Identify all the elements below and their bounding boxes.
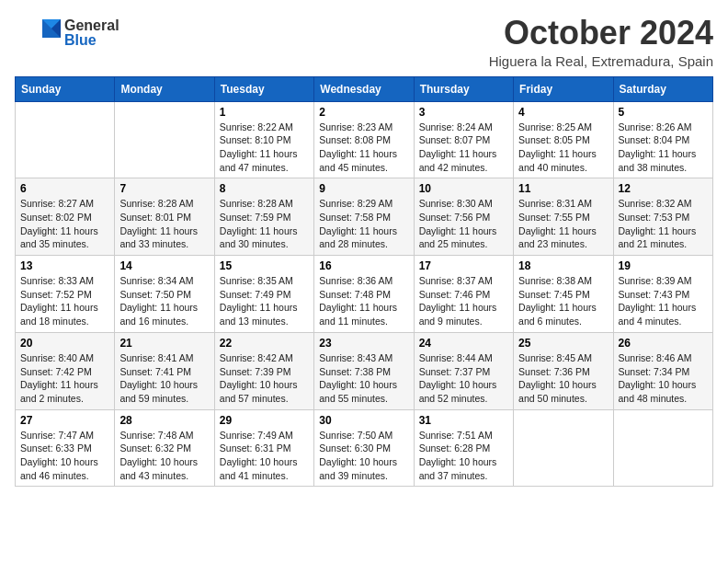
day-info-text: Sunrise: 8:32 AM Sunset: 7:53 PM Dayligh… — [619, 197, 708, 251]
calendar-day-cell: 29Sunrise: 7:49 AM Sunset: 6:31 PM Dayli… — [214, 409, 313, 487]
calendar-day-cell: 19Sunrise: 8:39 AM Sunset: 7:43 PM Dayli… — [613, 256, 712, 333]
calendar-day-cell: 9Sunrise: 8:29 AM Sunset: 7:58 PM Daylig… — [314, 178, 414, 256]
day-number: 8 — [220, 182, 309, 195]
calendar-week-row: 6Sunrise: 8:27 AM Sunset: 8:02 PM Daylig… — [16, 178, 713, 256]
day-info-text: Sunrise: 7:48 AM Sunset: 6:32 PM Dayligh… — [119, 429, 209, 483]
day-number: 12 — [619, 182, 708, 195]
day-info-text: Sunrise: 8:28 AM Sunset: 7:59 PM Dayligh… — [220, 197, 309, 251]
calendar-day-cell — [115, 101, 214, 178]
day-number: 29 — [220, 414, 309, 427]
calendar-day-cell: 6Sunrise: 8:27 AM Sunset: 8:02 PM Daylig… — [16, 178, 115, 256]
day-number: 22 — [220, 337, 309, 350]
logo-blue-text: Blue — [64, 33, 119, 48]
day-info-text: Sunrise: 8:31 AM Sunset: 7:55 PM Dayligh… — [518, 197, 608, 251]
day-number: 26 — [619, 337, 708, 350]
weekday-header-cell: Friday — [514, 76, 613, 101]
day-info-text: Sunrise: 8:45 AM Sunset: 7:36 PM Dayligh… — [518, 351, 608, 406]
calendar-day-cell: 26Sunrise: 8:46 AM Sunset: 7:34 PM Dayli… — [613, 332, 712, 409]
day-number: 13 — [20, 259, 109, 272]
day-info-text: Sunrise: 8:35 AM Sunset: 7:49 PM Dayligh… — [220, 274, 309, 328]
day-info-text: Sunrise: 8:39 AM Sunset: 7:43 PM Dayligh… — [619, 274, 708, 328]
day-number: 14 — [119, 259, 209, 272]
calendar-week-row: 27Sunrise: 7:47 AM Sunset: 6:33 PM Dayli… — [16, 409, 713, 487]
day-number: 16 — [319, 259, 408, 272]
day-number: 2 — [319, 106, 408, 119]
weekday-header-cell: Monday — [115, 76, 214, 101]
calendar-day-cell: 25Sunrise: 8:45 AM Sunset: 7:36 PM Dayli… — [514, 332, 613, 409]
day-number: 24 — [419, 337, 508, 350]
calendar-week-row: 13Sunrise: 8:33 AM Sunset: 7:52 PM Dayli… — [16, 256, 713, 333]
weekday-header-cell: Sunday — [16, 76, 115, 101]
day-number: 7 — [119, 182, 209, 195]
calendar-day-cell — [16, 101, 115, 178]
weekday-header-cell: Saturday — [613, 76, 712, 101]
calendar-day-cell: 3Sunrise: 8:24 AM Sunset: 8:07 PM Daylig… — [414, 101, 513, 178]
calendar-day-cell: 7Sunrise: 8:28 AM Sunset: 8:01 PM Daylig… — [115, 178, 214, 256]
calendar-day-cell: 15Sunrise: 8:35 AM Sunset: 7:49 PM Dayli… — [214, 256, 313, 333]
logo: General Blue — [15, 15, 119, 52]
calendar-day-cell: 17Sunrise: 8:37 AM Sunset: 7:46 PM Dayli… — [414, 256, 513, 333]
day-number: 21 — [119, 337, 209, 350]
day-info-text: Sunrise: 8:27 AM Sunset: 8:02 PM Dayligh… — [20, 197, 109, 251]
calendar-day-cell: 12Sunrise: 8:32 AM Sunset: 7:53 PM Dayli… — [613, 178, 712, 256]
day-number: 17 — [419, 259, 508, 272]
day-number: 1 — [220, 106, 309, 119]
day-info-text: Sunrise: 8:42 AM Sunset: 7:39 PM Dayligh… — [220, 351, 309, 406]
day-info-text: Sunrise: 8:23 AM Sunset: 8:08 PM Dayligh… — [319, 121, 408, 175]
day-info-text: Sunrise: 7:50 AM Sunset: 6:30 PM Dayligh… — [319, 429, 408, 483]
day-info-text: Sunrise: 8:22 AM Sunset: 8:10 PM Dayligh… — [220, 121, 309, 175]
calendar-day-cell: 24Sunrise: 8:44 AM Sunset: 7:37 PM Dayli… — [414, 332, 513, 409]
day-info-text: Sunrise: 8:40 AM Sunset: 7:42 PM Dayligh… — [20, 351, 109, 406]
title-block: October 2024 Higuera la Real, Extremadur… — [489, 15, 713, 69]
calendar-day-cell: 20Sunrise: 8:40 AM Sunset: 7:42 PM Dayli… — [16, 332, 115, 409]
day-number: 20 — [20, 337, 109, 350]
day-info-text: Sunrise: 8:26 AM Sunset: 8:04 PM Dayligh… — [619, 121, 708, 175]
day-number: 25 — [518, 337, 608, 350]
logo-text: General Blue — [64, 18, 119, 48]
day-info-text: Sunrise: 8:37 AM Sunset: 7:46 PM Dayligh… — [419, 274, 508, 328]
day-info-text: Sunrise: 8:41 AM Sunset: 7:41 PM Dayligh… — [119, 351, 209, 406]
month-title: October 2024 — [489, 15, 713, 52]
calendar-day-cell: 18Sunrise: 8:38 AM Sunset: 7:45 PM Dayli… — [514, 256, 613, 333]
location-text: Higuera la Real, Extremadura, Spain — [489, 53, 713, 69]
calendar-day-cell — [613, 409, 712, 487]
calendar-day-cell: 5Sunrise: 8:26 AM Sunset: 8:04 PM Daylig… — [613, 101, 712, 178]
day-number: 4 — [518, 106, 608, 119]
calendar-day-cell: 27Sunrise: 7:47 AM Sunset: 6:33 PM Dayli… — [16, 409, 115, 487]
calendar-week-row: 1Sunrise: 8:22 AM Sunset: 8:10 PM Daylig… — [16, 101, 713, 178]
page-header: General Blue October 2024 Higuera la Rea… — [15, 15, 713, 69]
day-number: 6 — [20, 182, 109, 195]
day-info-text: Sunrise: 8:29 AM Sunset: 7:58 PM Dayligh… — [319, 197, 408, 251]
day-info-text: Sunrise: 8:36 AM Sunset: 7:48 PM Dayligh… — [319, 274, 408, 328]
day-info-text: Sunrise: 8:38 AM Sunset: 7:45 PM Dayligh… — [518, 274, 608, 328]
day-number: 19 — [619, 259, 708, 272]
weekday-header-cell: Tuesday — [214, 76, 313, 101]
calendar-body: 1Sunrise: 8:22 AM Sunset: 8:10 PM Daylig… — [16, 101, 713, 487]
day-number: 9 — [319, 182, 408, 195]
day-number: 27 — [20, 414, 109, 427]
calendar-day-cell: 30Sunrise: 7:50 AM Sunset: 6:30 PM Dayli… — [314, 409, 414, 487]
day-number: 5 — [619, 106, 708, 119]
day-info-text: Sunrise: 8:34 AM Sunset: 7:50 PM Dayligh… — [119, 274, 209, 328]
day-number: 15 — [220, 259, 309, 272]
calendar-day-cell: 10Sunrise: 8:30 AM Sunset: 7:56 PM Dayli… — [414, 178, 513, 256]
calendar-day-cell: 8Sunrise: 8:28 AM Sunset: 7:59 PM Daylig… — [214, 178, 313, 256]
logo-icon — [15, 15, 61, 52]
calendar-day-cell: 22Sunrise: 8:42 AM Sunset: 7:39 PM Dayli… — [214, 332, 313, 409]
day-info-text: Sunrise: 8:33 AM Sunset: 7:52 PM Dayligh… — [20, 274, 109, 328]
calendar-day-cell: 28Sunrise: 7:48 AM Sunset: 6:32 PM Dayli… — [115, 409, 214, 487]
calendar-day-cell: 4Sunrise: 8:25 AM Sunset: 8:05 PM Daylig… — [514, 101, 613, 178]
calendar-day-cell: 23Sunrise: 8:43 AM Sunset: 7:38 PM Dayli… — [314, 332, 414, 409]
day-number: 30 — [319, 414, 408, 427]
calendar-day-cell: 16Sunrise: 8:36 AM Sunset: 7:48 PM Dayli… — [314, 256, 414, 333]
day-number: 23 — [319, 337, 408, 350]
day-info-text: Sunrise: 8:28 AM Sunset: 8:01 PM Dayligh… — [119, 197, 209, 251]
weekday-header-row: SundayMondayTuesdayWednesdayThursdayFrid… — [16, 76, 713, 101]
logo-general-text: General — [64, 18, 119, 33]
day-info-text: Sunrise: 7:51 AM Sunset: 6:28 PM Dayligh… — [419, 429, 508, 483]
day-info-text: Sunrise: 7:47 AM Sunset: 6:33 PM Dayligh… — [20, 429, 109, 483]
day-info-text: Sunrise: 8:24 AM Sunset: 8:07 PM Dayligh… — [419, 121, 508, 175]
day-info-text: Sunrise: 7:49 AM Sunset: 6:31 PM Dayligh… — [220, 429, 309, 483]
calendar-day-cell: 2Sunrise: 8:23 AM Sunset: 8:08 PM Daylig… — [314, 101, 414, 178]
calendar-day-cell: 11Sunrise: 8:31 AM Sunset: 7:55 PM Dayli… — [514, 178, 613, 256]
